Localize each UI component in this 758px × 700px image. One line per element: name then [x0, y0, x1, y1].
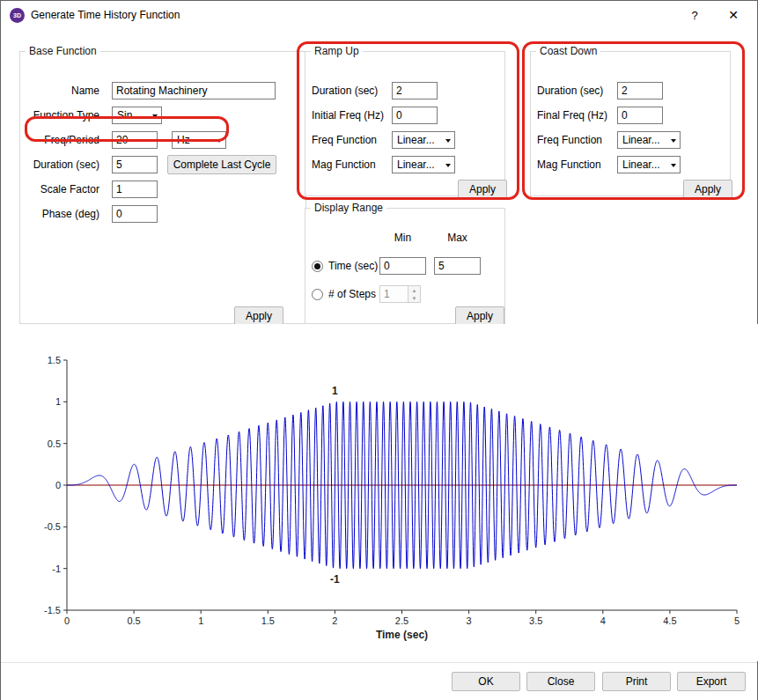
num-steps-row: # of Steps ▲ ▼ — [312, 284, 499, 304]
x-tick-label: 4.5 — [663, 615, 676, 626]
ramp-freq-function-dropdown[interactable]: Linear... — [392, 131, 455, 149]
spinner-down-icon: ▼ — [408, 294, 420, 302]
export-button[interactable]: Export — [677, 672, 746, 691]
ramp-mag-function-dropdown[interactable]: Linear... — [392, 156, 455, 173]
x-tick-label: 2 — [332, 615, 337, 626]
min-header: Min — [379, 232, 426, 244]
coast-mag-function-row: Mag Function Linear... — [537, 155, 725, 174]
duration-input[interactable] — [112, 156, 158, 173]
y-tick-label: 0.5 — [48, 438, 61, 449]
print-button[interactable]: Print — [602, 672, 671, 691]
app-icon: 3D — [10, 8, 25, 23]
max-header: Max — [434, 232, 481, 244]
ramp-duration-input[interactable] — [392, 82, 438, 99]
coast-down-group: Coast Down Duration (sec) Final Freq (Hz… — [530, 45, 731, 196]
chart-panel: -1.5-1-0.500.511.500.511.522.533.544.551… — [1, 324, 758, 661]
x-tick-label: 4 — [600, 615, 606, 626]
coast-duration-row: Duration (sec) — [537, 81, 725, 100]
steps-input — [379, 285, 408, 303]
chevron-down-icon — [445, 164, 451, 167]
time-range-label: Time (sec) — [328, 260, 378, 272]
time-range-radio[interactable] — [312, 261, 323, 272]
coast-mag-function-label: Mag Function — [537, 158, 617, 171]
name-label: Name — [26, 85, 99, 97]
y-tick-label: 1 — [55, 396, 61, 407]
coast-down-legend: Coast Down — [536, 45, 600, 57]
coast-duration-input[interactable] — [617, 82, 663, 99]
close-button[interactable]: Close — [526, 672, 595, 691]
freq-period-input[interactable] — [112, 131, 158, 149]
time-history-plot: -1.5-1-0.500.511.500.511.522.533.544.551… — [1, 324, 758, 661]
x-tick-label: 3.5 — [529, 615, 542, 626]
y-tick-label: 1.5 — [48, 355, 61, 365]
spinner-up-icon: ▲ — [408, 286, 420, 294]
titlebar-close-button[interactable]: ✕ — [720, 1, 747, 29]
coast-duration-label: Duration (sec) — [537, 85, 617, 97]
phase-input[interactable] — [112, 205, 158, 223]
time-max-input[interactable] — [434, 257, 481, 275]
ramp-freq-function-row: Freq Function Linear... — [312, 130, 499, 150]
x-tick-label: 2.5 — [395, 615, 408, 626]
num-steps-radio[interactable] — [312, 289, 323, 300]
chevron-down-icon — [445, 139, 451, 143]
display-range-group: Display Range Min Max Time (sec) # of St… — [305, 202, 505, 324]
y-tick-label: -0.5 — [44, 521, 61, 532]
initial-freq-row: Initial Freq (Hz) — [312, 106, 499, 125]
ramp-mag-function-value: Linear... — [397, 158, 435, 171]
base-apply-button[interactable]: Apply — [234, 306, 283, 326]
ramp-up-group: Ramp Up Duration (sec) Initial Freq (Hz)… — [305, 45, 505, 196]
base-function-group: Base Function Name Function Type Sin Fre… — [19, 45, 306, 324]
freq-period-row: Freq/Period Hz — [26, 130, 300, 150]
x-tick-label: 3 — [467, 615, 472, 626]
coast-freq-function-value: Linear... — [622, 134, 660, 146]
chevron-down-icon — [217, 139, 222, 143]
help-button[interactable]: ? — [681, 1, 708, 29]
display-range-legend: Display Range — [311, 202, 386, 214]
function-type-dropdown[interactable]: Sin — [112, 107, 162, 124]
num-steps-label: # of Steps — [328, 288, 376, 300]
x-tick-label: 1.5 — [261, 615, 275, 626]
base-function-legend: Base Function — [26, 45, 100, 57]
coast-freq-function-label: Freq Function — [537, 134, 617, 146]
function-type-value: Sin — [117, 109, 132, 122]
x-tick-label: 0 — [64, 615, 70, 626]
name-row: Name — [26, 81, 300, 100]
initial-freq-label: Initial Freq (Hz) — [312, 109, 392, 122]
ramp-up-apply-button[interactable]: Apply — [458, 180, 507, 199]
final-freq-row: Final Freq (Hz) — [537, 106, 725, 125]
display-range-apply-button[interactable]: Apply — [455, 306, 504, 326]
freq-unit-dropdown[interactable]: Hz — [172, 131, 226, 149]
scale-factor-input[interactable] — [112, 181, 158, 198]
function-type-row: Function Type Sin — [26, 106, 300, 125]
ok-button[interactable]: OK — [452, 672, 520, 691]
coast-mag-function-value: Linear... — [622, 158, 660, 171]
coast-freq-function-dropdown[interactable]: Linear... — [617, 131, 681, 149]
initial-freq-input[interactable] — [392, 107, 438, 124]
peak-annotation: 1 — [332, 385, 338, 397]
y-tick-label: 0 — [55, 480, 61, 490]
spinner-buttons: ▲ ▼ — [408, 285, 421, 303]
duration-row: Duration (sec) Complete Last Cycle — [26, 155, 300, 174]
x-tick-label: 0.5 — [127, 615, 140, 626]
final-freq-input[interactable] — [617, 107, 663, 124]
duration-label: Duration (sec) — [26, 158, 99, 171]
ramp-mag-function-row: Mag Function Linear... — [312, 155, 499, 174]
complete-last-cycle-button[interactable]: Complete Last Cycle — [167, 155, 276, 174]
ramp-freq-function-value: Linear... — [397, 134, 435, 146]
phase-row: Phase (deg) — [26, 204, 300, 224]
title-bar: 3D Generate Time History Function ? ✕ — [1, 1, 757, 29]
y-tick-label: -1 — [52, 564, 61, 574]
freq-period-label: Freq/Period — [26, 134, 99, 146]
ramp-duration-label: Duration (sec) — [312, 85, 392, 97]
ramp-freq-function-label: Freq Function — [312, 134, 392, 146]
coast-mag-function-dropdown[interactable]: Linear... — [617, 156, 681, 173]
x-tick-label: 5 — [734, 615, 740, 626]
ramp-duration-row: Duration (sec) — [312, 81, 499, 100]
time-min-input[interactable] — [379, 257, 426, 275]
x-tick-label: 1 — [198, 615, 203, 626]
coast-down-apply-button[interactable]: Apply — [683, 180, 732, 199]
ramp-mag-function-label: Mag Function — [312, 158, 392, 171]
name-input[interactable] — [112, 82, 276, 99]
coast-freq-function-row: Freq Function Linear... — [537, 130, 725, 150]
window-title: Generate Time History Function — [31, 9, 180, 21]
